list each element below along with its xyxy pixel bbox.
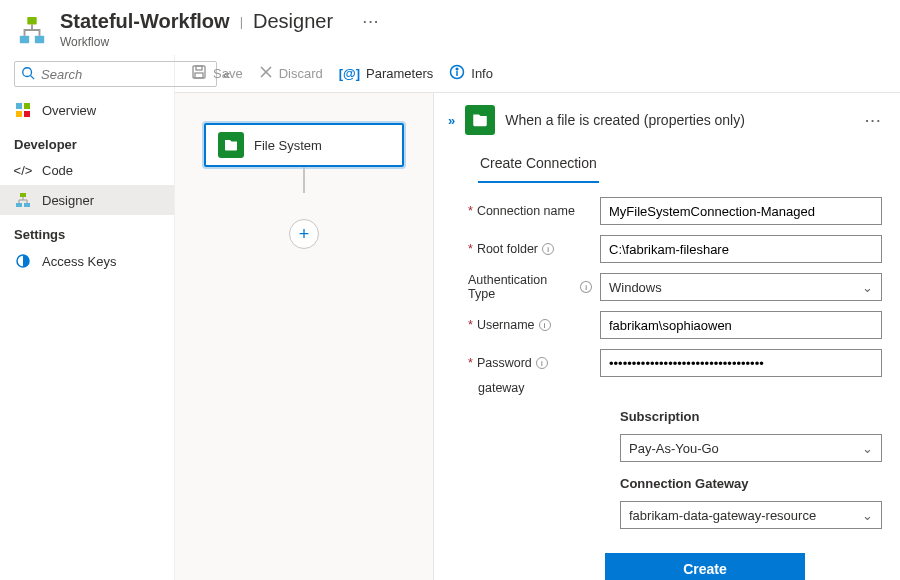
parameters-button[interactable]: [@] Parameters (339, 66, 434, 81)
svg-point-3 (23, 67, 32, 76)
workflow-icon (16, 14, 48, 46)
info-label: Info (471, 66, 493, 81)
expand-panel-button[interactable]: » (448, 113, 455, 128)
section-developer: Developer (0, 125, 174, 156)
nav-code[interactable]: </> Code (0, 156, 174, 185)
svg-rect-9 (20, 193, 26, 197)
more-icon[interactable]: ··· (363, 14, 380, 29)
label-connection-name: Connection name (477, 204, 575, 218)
nav-label: Designer (42, 193, 94, 208)
svg-rect-14 (196, 66, 202, 70)
subscription-value: Pay-As-You-Go (629, 441, 719, 456)
tab-create-connection[interactable]: Create Connection (478, 149, 599, 183)
save-icon (191, 64, 207, 83)
svg-rect-0 (27, 16, 36, 24)
parameters-icon: [@] (339, 66, 360, 81)
label-connection-gateway: Connection Gateway (468, 476, 882, 491)
svg-line-4 (31, 75, 35, 79)
info-icon[interactable]: i (580, 281, 592, 293)
nav-overview[interactable]: Overview (0, 95, 174, 125)
info-icon[interactable]: i (536, 357, 548, 369)
label-password: Password (477, 356, 532, 370)
svg-point-19 (456, 68, 458, 70)
toolbar: Save Discard [@] Parameters Info (175, 55, 900, 93)
info-icon (449, 64, 465, 83)
create-button[interactable]: Create (605, 553, 805, 580)
designer-icon (14, 192, 32, 208)
nav-access-keys[interactable]: Access Keys (0, 246, 174, 276)
save-label: Save (213, 66, 243, 81)
page-header: Stateful-Workflow | Designer ··· Workflo… (0, 0, 900, 55)
auth-type-select[interactable]: Windows ⌄ (600, 273, 882, 301)
nav-label: Access Keys (42, 254, 116, 269)
svg-rect-1 (20, 35, 29, 43)
file-system-icon (465, 105, 495, 135)
page-subtitle: Workflow (60, 35, 380, 49)
access-keys-icon (14, 253, 32, 269)
nav-label: Overview (42, 103, 96, 118)
svg-rect-6 (24, 103, 30, 109)
info-icon[interactable]: i (539, 319, 551, 331)
connection-name-input[interactable] (600, 197, 882, 225)
password-input[interactable] (600, 349, 882, 377)
chevron-down-icon: ⌄ (862, 508, 873, 523)
discard-icon (259, 65, 273, 82)
chevron-down-icon: ⌄ (862, 441, 873, 456)
panel-title: When a file is created (properties only) (505, 112, 745, 128)
info-icon[interactable]: i (542, 243, 554, 255)
svg-rect-8 (24, 111, 30, 117)
svg-rect-11 (24, 203, 30, 207)
label-gateway: gateway (468, 381, 882, 395)
discard-label: Discard (279, 66, 323, 81)
save-button[interactable]: Save (191, 64, 243, 83)
root-folder-input[interactable] (600, 235, 882, 263)
page-section: Designer (253, 10, 333, 33)
label-subscription: Subscription (468, 409, 882, 424)
file-system-icon (218, 132, 244, 158)
chevron-down-icon: ⌄ (862, 280, 873, 295)
label-root-folder: Root folder (477, 242, 538, 256)
designer-canvas[interactable]: File System + (175, 93, 433, 580)
panel-more-icon[interactable]: ··· (865, 113, 882, 128)
svg-rect-7 (16, 111, 22, 117)
properties-panel: » When a file is created (properties onl… (433, 93, 900, 580)
username-input[interactable] (600, 311, 882, 339)
nav-designer[interactable]: Designer (0, 185, 174, 215)
svg-rect-10 (16, 203, 22, 207)
code-icon: </> (14, 163, 32, 178)
parameters-label: Parameters (366, 66, 433, 81)
sidebar: « Overview Developer </> Code Designer S… (0, 55, 175, 580)
page-title: Stateful-Workflow (60, 10, 230, 33)
title-separator: | (240, 14, 243, 29)
svg-rect-5 (16, 103, 22, 109)
node-label: File System (254, 138, 322, 153)
search-icon (21, 66, 35, 83)
label-username: Username (477, 318, 535, 332)
overview-icon (14, 102, 32, 118)
connection-form: *Connection name *Root folderi Authentic… (448, 197, 882, 580)
auth-type-value: Windows (609, 280, 662, 295)
connection-gateway-select[interactable]: fabrikam-data-gateway-resource ⌄ (620, 501, 882, 529)
nav-label: Code (42, 163, 73, 178)
connection-gateway-value: fabrikam-data-gateway-resource (629, 508, 816, 523)
subscription-select[interactable]: Pay-As-You-Go ⌄ (620, 434, 882, 462)
discard-button[interactable]: Discard (259, 65, 323, 82)
section-settings: Settings (0, 215, 174, 246)
svg-rect-2 (35, 35, 44, 43)
label-auth-type: Authentication Type (468, 273, 576, 301)
info-button[interactable]: Info (449, 64, 493, 83)
file-system-node[interactable]: File System (204, 123, 404, 167)
connector-line (303, 167, 305, 193)
svg-rect-15 (195, 73, 203, 78)
add-step-button[interactable]: + (289, 219, 319, 249)
